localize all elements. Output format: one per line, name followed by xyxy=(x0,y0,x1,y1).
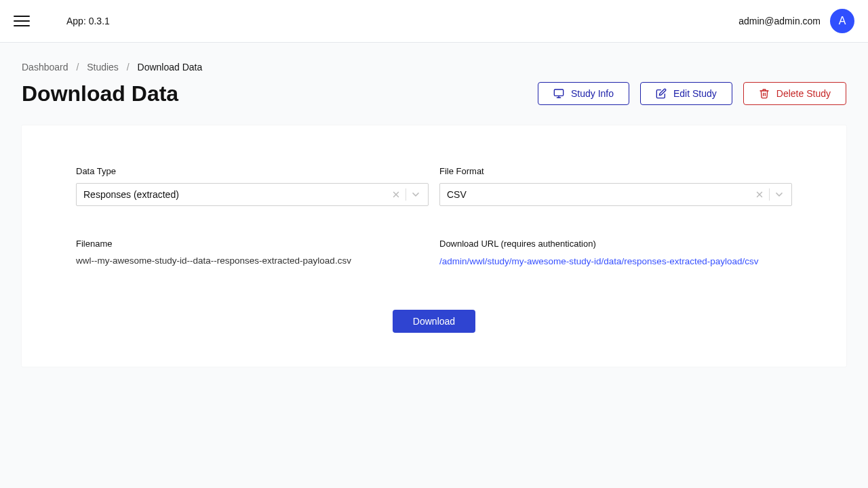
avatar[interactable]: A xyxy=(830,9,854,33)
breadcrumb-sep: / xyxy=(76,62,79,73)
download-url-label: Download URL (requires authentication) xyxy=(439,239,792,249)
breadcrumb: Dashboard / Studies / Download Data xyxy=(22,62,846,73)
chevron-down-icon[interactable] xyxy=(770,189,789,200)
action-buttons: Study Info Edit Study Delete Study xyxy=(538,82,846,105)
delete-study-label: Delete Study xyxy=(776,88,831,99)
data-type-value: Responses (extracted) xyxy=(83,189,387,200)
file-format-value: CSV xyxy=(447,189,750,200)
menu-icon[interactable] xyxy=(14,13,30,29)
download-url-field: Download URL (requires authentication) /… xyxy=(439,239,792,266)
filename-field: Filename wwl--my-awesome-study-id--data-… xyxy=(76,239,429,266)
edit-icon xyxy=(656,88,667,99)
file-format-label: File Format xyxy=(439,166,792,176)
breadcrumb-sep: / xyxy=(127,62,130,73)
data-type-field: Data Type Responses (extracted) xyxy=(76,166,429,206)
download-button-label: Download xyxy=(413,316,455,327)
filename-value: wwl--my-awesome-study-id--data--response… xyxy=(76,256,429,266)
data-type-select[interactable]: Responses (extracted) xyxy=(76,183,429,206)
file-format-select[interactable]: CSV xyxy=(439,183,792,206)
breadcrumb-current: Download Data xyxy=(138,62,203,73)
app-version: App: 0.3.1 xyxy=(66,16,110,26)
breadcrumb-dashboard[interactable]: Dashboard xyxy=(22,62,68,73)
monitor-icon xyxy=(553,88,564,99)
clear-icon[interactable] xyxy=(750,190,769,199)
trash-icon xyxy=(759,88,770,99)
page-body: Dashboard / Studies / Download Data Down… xyxy=(0,43,868,386)
edit-study-button[interactable]: Edit Study xyxy=(640,82,732,105)
form-grid: Data Type Responses (extracted) File For… xyxy=(76,166,792,266)
filename-label: Filename xyxy=(76,239,429,249)
chevron-down-icon[interactable] xyxy=(406,189,425,200)
download-row: Download xyxy=(76,310,792,333)
user-email: admin@admin.com xyxy=(738,16,821,26)
download-button[interactable]: Download xyxy=(393,310,475,333)
clear-icon[interactable] xyxy=(387,190,406,199)
download-url-link[interactable]: /admin/wwl/study/my-awesome-study-id/dat… xyxy=(439,256,758,266)
file-format-field: File Format CSV xyxy=(439,166,792,206)
breadcrumb-studies[interactable]: Studies xyxy=(87,62,119,73)
title-row: Download Data Study Info Edit Study Dele… xyxy=(22,81,846,106)
edit-study-label: Edit Study xyxy=(673,88,717,99)
avatar-letter: A xyxy=(839,15,846,27)
app-header: App: 0.3.1 admin@admin.com A xyxy=(0,0,868,43)
study-info-label: Study Info xyxy=(571,88,614,99)
page-title: Download Data xyxy=(22,81,538,106)
study-info-button[interactable]: Study Info xyxy=(538,82,629,105)
data-type-label: Data Type xyxy=(76,166,429,176)
delete-study-button[interactable]: Delete Study xyxy=(743,82,846,105)
svg-rect-0 xyxy=(554,89,563,96)
download-card: Data Type Responses (extracted) File For… xyxy=(22,125,846,367)
